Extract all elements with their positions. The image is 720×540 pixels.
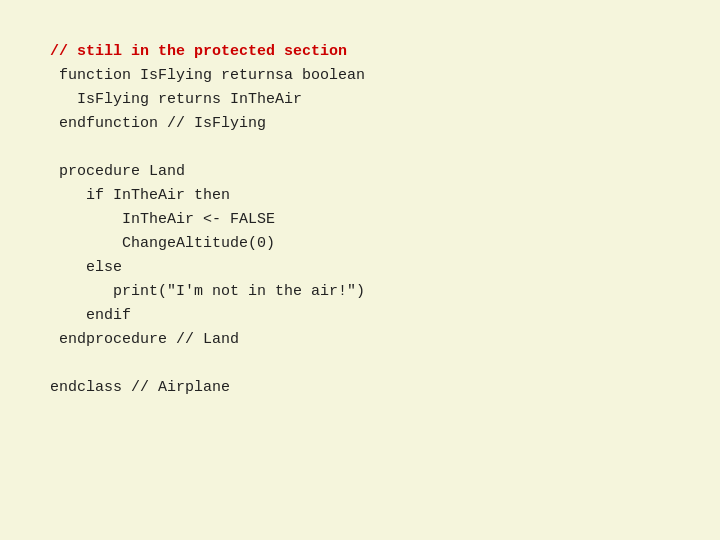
code-line-8: ChangeAltitude(0) xyxy=(50,235,275,252)
code-line-3: endfunction // IsFlying xyxy=(50,115,266,132)
code-line-7: InTheAir <- FALSE xyxy=(50,211,275,228)
code-line-14: endclass // Airplane xyxy=(50,379,230,396)
code-container: // still in the protected section functi… xyxy=(20,20,700,520)
code-line-12: endprocedure // Land xyxy=(50,331,239,348)
code-line-6: if InTheAir then xyxy=(50,187,230,204)
code-line-11: endif xyxy=(50,307,131,324)
code-line-9: else xyxy=(50,259,122,276)
code-line-2: IsFlying returns InTheAir xyxy=(50,91,302,108)
code-line-10: print("I'm not in the air!") xyxy=(50,283,365,300)
code-line-5: procedure Land xyxy=(50,163,185,180)
code-line-1: function IsFlying returnsa boolean xyxy=(50,67,365,84)
code-block: // still in the protected section functi… xyxy=(50,40,670,400)
code-line-0: // still in the protected section xyxy=(50,43,347,60)
